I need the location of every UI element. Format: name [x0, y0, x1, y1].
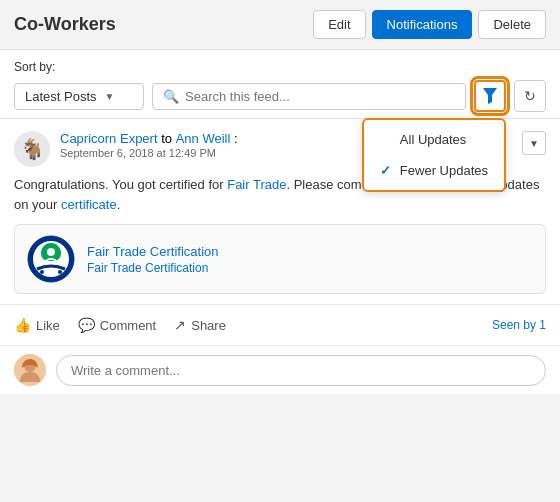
chevron-down-icon: ▼ — [529, 138, 539, 149]
comment-input[interactable] — [56, 355, 546, 386]
checkmark-icon: ✓ — [380, 163, 394, 178]
author-to-label: to — [161, 131, 175, 146]
certificate-link[interactable]: certificate — [61, 197, 117, 212]
chevron-down-icon: ▼ — [105, 91, 115, 102]
sort-select[interactable]: Latest Posts ▼ — [14, 83, 144, 110]
like-label: Like — [36, 318, 60, 333]
toolbar-row: Latest Posts ▼ 🔍 ↻ All Updates — [14, 80, 546, 112]
delete-button[interactable]: Delete — [478, 10, 546, 39]
attachment-logo — [27, 235, 75, 283]
sort-select-value: Latest Posts — [25, 89, 97, 104]
fewer-updates-label: Fewer Updates — [400, 163, 488, 178]
edit-button[interactable]: Edit — [313, 10, 365, 39]
comment-area — [0, 345, 560, 394]
refresh-button[interactable]: ↻ — [514, 80, 546, 112]
attachment-card[interactable]: Fair Trade Certification Fair Trade Cert… — [14, 224, 546, 294]
author-to-link[interactable]: Ann Weill — [176, 131, 231, 146]
author-from-link[interactable]: Capricorn Expert — [60, 131, 158, 146]
like-button[interactable]: 👍 Like — [14, 313, 70, 337]
all-updates-label: All Updates — [400, 132, 466, 147]
notifications-button[interactable]: Notifications — [372, 10, 473, 39]
svg-point-4 — [40, 270, 44, 274]
share-button[interactable]: ↗ Share — [174, 313, 236, 337]
header-buttons: Edit Notifications Delete — [313, 10, 546, 39]
filter-icon — [483, 88, 497, 104]
comment-button[interactable]: 💬 Comment — [78, 313, 166, 337]
comment-icon: 💬 — [78, 317, 95, 333]
fair-trade-logo-svg — [27, 235, 75, 283]
svg-point-5 — [58, 270, 62, 274]
header: Co-Workers Edit Notifications Delete — [0, 0, 560, 50]
search-input[interactable] — [185, 89, 455, 104]
svg-point-3 — [47, 248, 55, 256]
attachment-info: Fair Trade Certification Fair Trade Cert… — [87, 244, 533, 275]
page-container: Co-Workers Edit Notifications Delete Sor… — [0, 0, 560, 394]
sort-label: Sort by: — [14, 60, 546, 74]
share-label: Share — [191, 318, 226, 333]
filter-button[interactable] — [474, 80, 506, 112]
check-icon — [380, 132, 394, 147]
search-icon: 🔍 — [163, 89, 179, 104]
fewer-updates-option[interactable]: ✓ Fewer Updates — [364, 155, 504, 186]
filter-dropdown: All Updates ✓ Fewer Updates — [362, 118, 506, 192]
comment-label: Comment — [100, 318, 156, 333]
refresh-icon: ↻ — [524, 88, 536, 104]
avatar: 🐐 — [14, 131, 50, 167]
search-box: 🔍 — [152, 83, 466, 110]
attachment-name: Fair Trade Certification — [87, 244, 533, 259]
all-updates-option[interactable]: All Updates — [364, 124, 504, 155]
attachment-sub: Fair Trade Certification — [87, 261, 533, 275]
expand-button[interactable]: ▼ — [522, 131, 546, 155]
actions-bar: 👍 Like 💬 Comment ↗ Share Seen by 1 — [0, 304, 560, 345]
author-colon: : — [234, 131, 238, 146]
seen-by[interactable]: Seen by 1 — [492, 318, 546, 332]
page-title: Co-Workers — [14, 14, 116, 35]
share-icon: ↗ — [174, 317, 186, 333]
like-icon: 👍 — [14, 317, 31, 333]
toolbar: Sort by: Latest Posts ▼ 🔍 ↻ — [0, 50, 560, 119]
fair-trade-link[interactable]: Fair Trade — [227, 177, 286, 192]
avatar-svg — [14, 354, 46, 386]
commenter-avatar — [14, 354, 46, 386]
svg-marker-0 — [483, 88, 497, 104]
